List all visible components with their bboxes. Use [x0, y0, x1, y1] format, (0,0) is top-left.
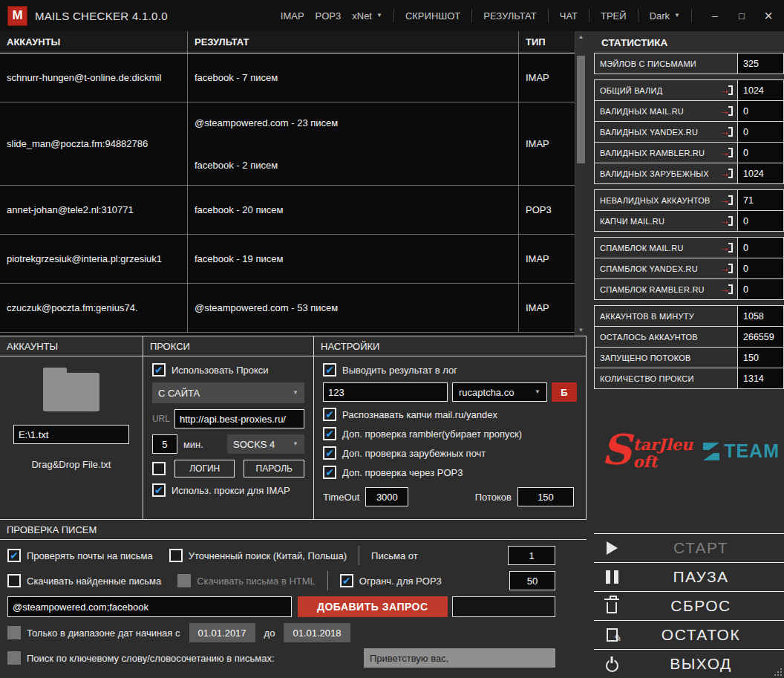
export-arrow-icon[interactable] — [719, 147, 735, 158]
type-cell: POP3 — [519, 186, 575, 234]
stat-label-cell: КОЛИЧЕСТВО ПРОКСИ — [594, 368, 738, 389]
table-scrollbar[interactable]: ▲ ▼ — [575, 31, 587, 336]
proxy-type-select[interactable]: SOCKS 4 ▼ — [227, 434, 304, 454]
foreign-check-checkbox[interactable]: ✔ — [323, 446, 336, 460]
result-line: facebook - 19 писем — [195, 253, 518, 264]
keyword-search-checkbox[interactable] — [7, 651, 21, 665]
stat-label-cell: НЕВАЛИДНЫХ АККАУНТОВ — [594, 189, 738, 211]
pop3-check-checkbox[interactable]: ✔ — [323, 466, 336, 479]
resize-grip[interactable] — [774, 668, 782, 676]
proxy-login-field[interactable]: ЛОГИН — [174, 460, 235, 477]
stat-label: СПАМБЛОК YANDEX.RU — [600, 264, 698, 273]
download-html-checkbox[interactable] — [177, 574, 191, 587]
start-button[interactable]: СТАРТ — [594, 533, 784, 562]
maximize-button[interactable]: □ — [735, 11, 748, 21]
divider — [327, 571, 328, 590]
export-arrow-icon[interactable] — [719, 195, 735, 206]
export-arrow-icon[interactable] — [719, 85, 735, 96]
date-range-checkbox[interactable] — [7, 626, 21, 639]
check-mails-checkbox[interactable]: ✔ — [7, 549, 21, 562]
column-header-accounts[interactable]: АККАУНТЫ — [0, 31, 188, 53]
proxy-source-select[interactable]: С САЙТА ▼ — [152, 382, 304, 403]
refined-search-checkbox[interactable] — [169, 549, 183, 562]
minimize-button[interactable]: – — [708, 10, 722, 21]
table-body: schnurr-hungen@t-online.de:dickmil faceb… — [0, 53, 575, 336]
folder-icon[interactable] — [43, 373, 99, 411]
proxy-url-input[interactable]: http://api.best-proxies.ru/ — [174, 409, 304, 428]
scrollbar-thumb[interactable] — [577, 56, 585, 163]
stat-label: НЕВАЛИДНЫХ АККАУНТОВ — [600, 196, 710, 205]
keyword-input[interactable]: Приветствую вас, — [364, 648, 555, 668]
scroll-up-icon[interactable]: ▲ — [575, 31, 587, 42]
export-arrow-icon[interactable] — [719, 168, 735, 179]
stat-row: ВАЛИДНЫХ YANDEX.RU 0 — [594, 121, 784, 143]
balance-button[interactable]: Б — [552, 382, 577, 402]
log-output-label: Выводить результат в лог — [342, 365, 457, 376]
result-cell: facebook - 7 писем — [188, 53, 519, 102]
reset-button[interactable]: СБРОС — [594, 591, 784, 620]
imap-proxy-checkbox[interactable]: ✔ — [152, 483, 166, 497]
menu-xnet[interactable]: xNet ▼ — [352, 10, 382, 22]
export-arrow-icon[interactable] — [719, 242, 735, 253]
captcha-service-select[interactable]: rucaptcha.co ▼ — [452, 382, 547, 402]
close-button[interactable]: × — [762, 8, 775, 23]
accounts-panel: АККАУНТЫ E:\1.txt Drag&Drop File.txt — [0, 336, 143, 519]
stat-label: ВАЛИДНЫХ RAMBLER.RU — [600, 149, 705, 157]
pop3-limit-input[interactable]: 50 — [509, 571, 555, 590]
stat-label-cell: МЭЙЛОВ С ПИСЬМАМИ — [594, 53, 738, 74]
proxy-auth-checkbox[interactable] — [152, 462, 166, 475]
download-letters-checkbox[interactable] — [7, 574, 21, 587]
menu-theme[interactable]: Dark ▼ — [650, 10, 680, 22]
stat-row: СПАМБЛОК MAIL.RU 0 — [594, 237, 784, 258]
threads-input[interactable]: 150 — [517, 487, 574, 506]
check-icon: ✔ — [325, 448, 334, 458]
export-arrow-icon[interactable] — [719, 126, 735, 137]
table-row[interactable]: annet-johan@tele2.nl:310771 facebook - 2… — [0, 186, 575, 235]
stat-label: ВАЛИДНЫХ MAIL.RU — [600, 107, 684, 116]
menu-screenshot[interactable]: СКРИНШОТ — [405, 10, 460, 22]
menu-tray[interactable]: ТРЕЙ — [601, 10, 627, 22]
check-icon: ✔ — [325, 365, 334, 375]
scroll-down-icon[interactable]: ▼ — [575, 325, 587, 336]
threads-label: Потоков — [475, 492, 512, 503]
table-row[interactable]: slide_man@poczta.fm:94882786 @steampower… — [0, 102, 575, 186]
stat-label: ОСТАЛОСЬ АККАУНТОВ — [600, 333, 698, 342]
menu-result[interactable]: РЕЗУЛЬТАТ — [483, 10, 536, 22]
captcha-key-input[interactable]: 123 — [323, 382, 448, 402]
export-arrow-icon[interactable] — [719, 263, 735, 274]
timeout-input[interactable]: 3000 — [365, 487, 408, 506]
date-from-button[interactable]: 01.01.2017 — [189, 623, 255, 642]
menu-imap[interactable]: IMAP — [281, 10, 304, 22]
letters-from-input[interactable]: 1 — [508, 546, 555, 565]
menu-pop3[interactable]: POP3 — [316, 10, 342, 22]
stat-row: КОЛИЧЕСТВО ПРОКСИ 1314 — [594, 368, 784, 389]
scrollbar-track[interactable] — [575, 42, 587, 325]
exit-button[interactable]: ВЫХОД — [594, 649, 784, 678]
use-proxy-checkbox[interactable]: ✔ — [152, 363, 166, 377]
proxy-interval-input[interactable]: 5 — [152, 434, 177, 454]
export-arrow-icon[interactable] — [719, 215, 735, 226]
log-output-checkbox[interactable]: ✔ — [323, 363, 336, 377]
remainder-button[interactable]: ОСТАТОК — [594, 620, 784, 649]
column-header-result[interactable]: РЕЗУЛЬТАТ — [188, 31, 519, 53]
table-row[interactable]: czuczuk@poczta.fm:genius74. @steampowere… — [0, 284, 575, 333]
recognize-captcha-checkbox[interactable]: ✔ — [323, 408, 336, 421]
table-row[interactable]: piotrekgrzesiuk@interia.pl:grzesiuk1 fac… — [0, 235, 575, 284]
query-extra-field[interactable] — [452, 596, 555, 617]
proxy-password-field[interactable]: ПАРОЛЬ — [244, 460, 304, 477]
menu-chat[interactable]: ЧАТ — [560, 10, 578, 22]
pause-button[interactable]: ПАУЗА — [594, 562, 784, 591]
starjleu-logo-s: S — [601, 432, 631, 468]
result-line: facebook - 20 писем — [195, 204, 518, 215]
column-header-type[interactable]: ТИП — [519, 31, 575, 53]
export-arrow-icon[interactable] — [719, 105, 735, 117]
file-path-field[interactable]: E:\1.txt — [13, 425, 129, 444]
date-to-button[interactable]: 01.01.2018 — [284, 623, 350, 642]
add-query-button[interactable]: ДОБАВИТЬ ЗАПРОС — [298, 596, 448, 617]
export-arrow-icon[interactable] — [719, 284, 735, 295]
query-input[interactable]: @steampowered.com;facebook — [7, 596, 292, 617]
table-row[interactable]: schnurr-hungen@t-online.de:dickmil faceb… — [0, 53, 575, 102]
pop3-limit-checkbox[interactable]: ✔ — [340, 574, 353, 587]
stat-label-cell: ВАЛИДНЫХ MAIL.RU — [594, 100, 738, 122]
rambler-check-checkbox[interactable]: ✔ — [323, 427, 336, 440]
